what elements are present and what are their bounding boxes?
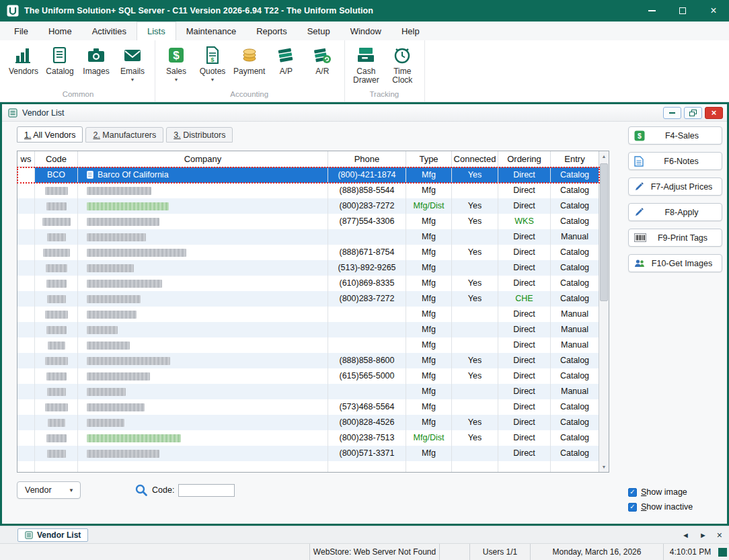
column-header-code[interactable]: Code bbox=[35, 151, 78, 167]
ribbon-button-cash-drawer[interactable]: Cash Drawer bbox=[350, 43, 381, 85]
ribbon-button-images[interactable]: Images bbox=[81, 43, 112, 76]
table-row[interactable]: MfgDirectManual bbox=[17, 337, 599, 353]
close-icon: × bbox=[710, 5, 716, 16]
tab-1[interactable]: 1. All Vendors bbox=[17, 126, 83, 143]
table-row[interactable]: BCOBarco Of California(800)-421-1874MfgY… bbox=[17, 167, 599, 183]
menu-item-lists[interactable]: Lists bbox=[137, 22, 176, 40]
redacted-text bbox=[42, 218, 71, 226]
table-row[interactable]: (513)-892-9265MfgDirectCatalog bbox=[17, 260, 599, 276]
child-close-button[interactable]: × bbox=[705, 107, 723, 119]
f9-print-tags-button[interactable]: F9-Print Tags bbox=[628, 229, 722, 247]
vendor-window-body: 1. All Vendors2. Manufacturers3. Distrib… bbox=[2, 122, 727, 524]
minimize-button[interactable] bbox=[636, 0, 667, 22]
column-header-connected[interactable]: Connected bbox=[452, 151, 498, 167]
table-row[interactable]: MfgDirectManual bbox=[17, 307, 599, 322]
cell-ws bbox=[17, 260, 35, 276]
ribbon-group-label: Tracking bbox=[350, 88, 418, 101]
table-row[interactable]: (615)565-5000MfgYesDirectCatalog bbox=[17, 368, 599, 384]
tab-3[interactable]: 3. Distributors bbox=[166, 127, 233, 143]
application-window: The Uniform Solution+ SQL Server - C11 V… bbox=[0, 0, 729, 560]
redacted-text bbox=[46, 434, 67, 442]
ribbon-button-catalog[interactable]: Catalog bbox=[44, 43, 75, 76]
nav-left-icon[interactable]: ◄ bbox=[682, 531, 689, 539]
child-restore-button[interactable] bbox=[684, 107, 702, 119]
table-row[interactable]: (800)283-7272Mfg/DistYesDirectCatalog bbox=[17, 198, 599, 214]
table-row[interactable]: (573)468-5564MfgDirectCatalog bbox=[17, 399, 599, 415]
table-row[interactable]: (888)858-5544MfgDirectCatalog bbox=[17, 183, 599, 198]
checkbox-show-image[interactable]: ✓Show image bbox=[628, 487, 722, 497]
table-row[interactable]: (800)828-4526MfgYesDirectCatalog bbox=[17, 415, 599, 430]
close-tab-icon[interactable]: × bbox=[717, 530, 722, 540]
redacted-text bbox=[87, 202, 169, 210]
column-header-type[interactable]: Type bbox=[406, 151, 452, 167]
ribbon-button-vendors[interactable]: Vendors bbox=[8, 43, 39, 76]
table-row[interactable]: (610)869-8335MfgYesDirectCatalog bbox=[17, 276, 599, 291]
cell-ordering: Direct bbox=[498, 307, 551, 322]
menu-item-window[interactable]: Window bbox=[340, 22, 391, 40]
vendor-window-titlebar[interactable]: Vendor List × bbox=[2, 104, 727, 122]
column-header-entry[interactable]: Entry bbox=[551, 151, 599, 167]
ribbon-button-quotes[interactable]: $ Quotes ▼ bbox=[197, 43, 228, 82]
table-row[interactable]: (800)283-7272MfgYesCHECatalog bbox=[17, 291, 599, 307]
ribbon-button-payment[interactable]: Payment bbox=[233, 43, 265, 76]
close-button[interactable]: × bbox=[698, 0, 729, 22]
vendor-type-dropdown[interactable]: Vendor ▼ bbox=[17, 481, 81, 499]
checkbox-show-inactive[interactable]: ✓Show inactive bbox=[628, 502, 722, 512]
menu-item-file[interactable]: File bbox=[4, 22, 38, 40]
cell-type: Mfg bbox=[406, 399, 452, 415]
menu-item-setup[interactable]: Setup bbox=[297, 22, 340, 40]
f4-sales-button[interactable]: $ F4-Sales bbox=[628, 126, 722, 145]
f6-notes-button[interactable]: F6-Notes bbox=[628, 152, 722, 170]
cell-entry: Catalog bbox=[551, 214, 599, 229]
cell-phone: (888)671-8754 bbox=[328, 245, 406, 260]
table-row[interactable]: MfgDirectManual bbox=[17, 229, 599, 245]
table-row[interactable]: (800)571-3371MfgDirectCatalog bbox=[17, 446, 599, 461]
menu-item-reports[interactable]: Reports bbox=[246, 22, 297, 40]
menu-item-help[interactable]: Help bbox=[391, 22, 430, 40]
checkbox-icon: ✓ bbox=[628, 503, 637, 512]
resize-grip bbox=[718, 548, 727, 557]
cell-connected: Yes bbox=[452, 415, 498, 430]
column-header-ws[interactable]: ws bbox=[17, 151, 35, 167]
table-row[interactable]: (888)671-8754MfgYesDirectCatalog bbox=[17, 245, 599, 260]
ribbon-button-ap[interactable]: A/P bbox=[270, 43, 301, 76]
ribbon-button-sales[interactable]: $ Sales ▼ bbox=[161, 43, 192, 82]
cell-type: Mfg bbox=[406, 260, 452, 276]
column-header-phone[interactable]: Phone bbox=[328, 151, 406, 167]
redacted-text bbox=[48, 342, 65, 350]
f10-get-images-button[interactable]: F10-Get Images bbox=[628, 254, 722, 272]
scroll-down-icon[interactable]: ▼ bbox=[599, 462, 609, 472]
ribbon-button-time-clock[interactable]: Time Clock bbox=[387, 43, 418, 85]
f8-apply-button[interactable]: F8-Apply bbox=[628, 203, 722, 221]
date-status: Monday, March 16, 2026 bbox=[530, 544, 663, 560]
column-header-company[interactable]: Company bbox=[78, 151, 328, 167]
ribbon-button-ar[interactable]: A/R bbox=[307, 43, 338, 76]
menu-item-maintenance[interactable]: Maintenance bbox=[176, 22, 246, 40]
table-row[interactable]: (888)858-8600MfgYesDirectCatalog bbox=[17, 353, 599, 368]
cell-code bbox=[35, 183, 78, 198]
scrollbar-thumb[interactable] bbox=[600, 163, 608, 301]
tab-2[interactable]: 2. Manufacturers bbox=[85, 127, 163, 143]
menu-item-activities[interactable]: Activities bbox=[82, 22, 137, 40]
child-minimize-button[interactable] bbox=[663, 107, 681, 119]
column-header-ordering[interactable]: Ordering bbox=[498, 151, 551, 167]
ribbon-button-emails[interactable]: Emails ▼ bbox=[117, 43, 148, 82]
cell-code bbox=[35, 245, 78, 260]
menu-item-home[interactable]: Home bbox=[38, 22, 82, 40]
maximize-button[interactable] bbox=[667, 0, 698, 22]
f7-adjust-prices-button[interactable]: F7-Adjust Prices bbox=[628, 177, 722, 196]
code-search-input[interactable] bbox=[178, 484, 235, 497]
table-row[interactable]: (800)238-7513Mfg/DistYesDirectCatalog bbox=[17, 430, 599, 446]
table-row[interactable]: MfgDirectManual bbox=[17, 384, 599, 399]
table-row[interactable]: MfgDirectManual bbox=[17, 322, 599, 337]
cell-entry: Manual bbox=[551, 337, 599, 353]
checkbox-label: Show inactive bbox=[641, 502, 693, 512]
vertical-scrollbar[interactable]: ▲ ▼ bbox=[599, 151, 609, 472]
cell-type: Mfg bbox=[406, 384, 452, 399]
ribbon-group-label: Common bbox=[8, 88, 148, 101]
mdi-tab-vendor-list[interactable]: Vendor List bbox=[17, 528, 88, 542]
table-row[interactable]: (877)554-3306MfgYesWKSCatalog bbox=[17, 214, 599, 229]
scroll-up-icon[interactable]: ▲ bbox=[599, 151, 609, 161]
cell-connected bbox=[452, 446, 498, 461]
nav-right-icon[interactable]: ► bbox=[699, 531, 707, 539]
